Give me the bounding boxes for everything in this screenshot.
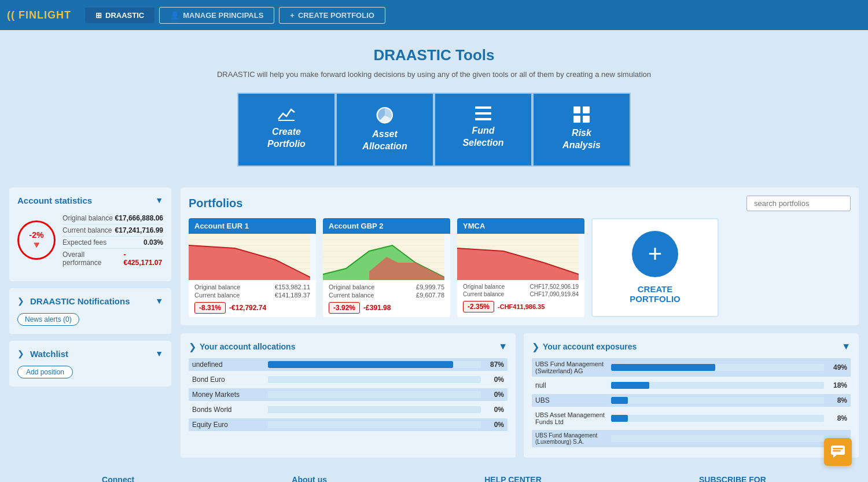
watchlist-filter-icon[interactable]: ▼ — [155, 349, 163, 358]
tool-create-label: CreatePortfolio — [267, 126, 306, 150]
left-panel: Account statistics ▼ -2% 🔻 Original bala… — [9, 187, 171, 458]
svg-rect-4 — [475, 118, 491, 120]
footer-about: About us — [292, 475, 327, 482]
hero-title: DRAASTIC Tools — [12, 46, 856, 64]
watchlist-header: ❯ Watchlist ▼ — [17, 349, 163, 359]
allocations-panel: ❯ Your account allocations ▼ undefined 8… — [181, 333, 516, 458]
footer-connect: Connect — [102, 475, 134, 482]
exposure-bar-2 — [611, 397, 628, 404]
allocations-filter-icon[interactable]: ▼ — [498, 341, 507, 352]
hero-subtitle: DRAASTIC will help you make forward look… — [12, 70, 856, 79]
news-alerts-badge[interactable]: News alerts (0) — [17, 313, 79, 326]
portfolio-card-ymca[interactable]: YMCA — [457, 218, 584, 317]
ymca-perf-badge: -2.35% — [463, 301, 494, 312]
nav-manage-principals[interactable]: 👤 MANAGE PRINCIPALS — [159, 7, 274, 24]
stat-overall-performance: Overall performance -€425,171.07 — [62, 249, 163, 268]
notifications-card: ❯ DRAASTIC Notifications ▼ News alerts (… — [9, 288, 171, 334]
exposure-bar-container-0 — [611, 364, 824, 371]
gauge-value: -2% — [30, 230, 44, 240]
stats-list: Original balance €17,666,888.06 Current … — [62, 212, 163, 268]
stat-expected-fees: Expected fees 0.03% — [62, 237, 163, 249]
portfolio-ymca-chart — [457, 234, 584, 280]
portfolio-eur1-chart — [189, 234, 316, 280]
person-icon: 👤 — [170, 11, 179, 20]
alloc-row-bonds-world: Bonds World 0% — [189, 403, 507, 416]
notifications-toggle[interactable]: ❯ — [17, 296, 24, 306]
alloc-bar-container-4 — [268, 421, 481, 428]
alloc-row-equity-euro: Equity Euro 0% — [189, 418, 507, 431]
main-content: Account statistics ▼ -2% 🔻 Original bala… — [0, 178, 868, 458]
ymca-perf-value: -CHF411,986.35 — [498, 303, 545, 310]
svg-rect-2 — [475, 106, 491, 109]
portfolio-gbp2-chart — [323, 234, 450, 280]
alloc-row-bond-euro: Bond Euro 0% — [189, 373, 507, 386]
account-stats-title: Account statistics — [17, 196, 92, 205]
exposure-bar-1 — [611, 382, 649, 389]
chart-icon — [277, 106, 296, 122]
exposures-filter-icon[interactable]: ▼ — [841, 341, 851, 352]
tool-fund-selection[interactable]: FundSelection — [434, 93, 532, 167]
tool-create-portfolio[interactable]: CreatePortfolio — [237, 93, 336, 167]
watchlist-card: ❯ Watchlist ▼ Add position — [9, 341, 171, 387]
exposure-bar-0 — [611, 364, 715, 371]
tool-fund-label: FundSelection — [462, 125, 503, 149]
search-portfolios-input[interactable] — [746, 196, 851, 211]
allocations-rows: undefined 87% Bond Euro 0% — [189, 358, 507, 431]
squares-icon — [573, 106, 590, 123]
grid-icon: ⊞ — [95, 11, 102, 20]
watchlist-toggle[interactable]: ❯ — [17, 349, 24, 358]
tool-risk-analysis[interactable]: RiskAnalysis — [532, 93, 631, 167]
svg-rect-6 — [583, 106, 590, 113]
tool-buttons: CreatePortfolio AssetAllocation — [12, 93, 856, 167]
exposure-bar-container-1 — [611, 382, 824, 389]
notifications-body: News alerts (0) — [17, 313, 163, 326]
portfolio-card-eur1[interactable]: Account EUR 1 — [189, 218, 316, 317]
exposures-toggle[interactable]: ❯ — [532, 341, 539, 352]
alloc-row-undefined: undefined 87% — [189, 358, 507, 371]
eur1-perf-value: -€12,792.74 — [229, 304, 266, 312]
logo-parens: (( — [7, 9, 15, 21]
filter-icon[interactable]: ▼ — [155, 196, 163, 205]
performance-gauge: -2% 🔻 — [17, 220, 56, 260]
svg-rect-5 — [573, 106, 580, 113]
portfolio-card-gbp2[interactable]: Account GBP 2 — [323, 218, 450, 317]
chat-fab[interactable] — [824, 438, 852, 466]
notifications-header: ❯ DRAASTIC Notifications ▼ — [17, 296, 163, 306]
tool-allocation-label: AssetAllocation — [362, 128, 407, 153]
nav-create-portfolio[interactable]: + CREATE PORTFOLIO — [279, 7, 385, 24]
add-position-button[interactable]: Add position — [17, 366, 73, 378]
plus-icon: + — [290, 11, 295, 20]
alloc-bar-container-2 — [268, 391, 481, 398]
logo: (( FINLIGHT — [7, 9, 71, 21]
portfolio-eur1-footer: Original balance€153,982.11 Current bala… — [189, 280, 316, 317]
exposure-row-ubs-fund-ch: UBS Fund Management (Switzerland) AG 49% — [532, 358, 851, 377]
account-statistics-card: Account statistics ▼ -2% 🔻 Original bala… — [9, 187, 171, 281]
allocations-toggle[interactable]: ❯ — [189, 341, 196, 352]
footer-subscribe: SUBSCRIBE FOR — [699, 475, 766, 482]
nav-draastic[interactable]: ⊞ DRAASTIC — [85, 8, 155, 23]
tool-asset-allocation[interactable]: AssetAllocation — [336, 93, 434, 167]
notifications-title: DRAASTIC Notifications — [30, 296, 130, 306]
portfolio-cards: Account EUR 1 — [189, 218, 851, 317]
gauge-arrow: 🔻 — [31, 240, 42, 251]
pie-icon — [376, 106, 393, 124]
exposure-row-null: null 18% — [532, 379, 851, 392]
gbp2-perf-badge: -3.92% — [329, 302, 360, 314]
exposure-bar-container-3 — [611, 415, 824, 422]
portfolios-title: Portfolios — [189, 197, 242, 210]
portfolio-ymca-footer: Original balanceCHF17,502,906.19 Current… — [457, 280, 584, 316]
gbp2-perf-value: -£391.98 — [363, 304, 391, 312]
svg-rect-39 — [833, 448, 843, 450]
portfolios-section: Portfolios Account EUR 1 — [181, 187, 859, 325]
allocations-title: Your account allocations — [200, 342, 295, 351]
footer-help: HELP CENTER — [484, 475, 542, 482]
portfolio-ymca-header: YMCA — [457, 218, 584, 234]
alloc-bar-0 — [268, 361, 453, 368]
stat-current-balance: Current balance €17,241,716.99 — [62, 225, 163, 237]
exposure-row-ubs-lux: UBS Fund Management (Luxembourg) S.A. — [532, 430, 851, 447]
bottom-section: ❯ Your account allocations ▼ undefined 8… — [181, 333, 859, 458]
notifications-filter-icon[interactable]: ▼ — [155, 296, 163, 306]
svg-marker-38 — [833, 455, 837, 458]
alloc-bar-container-1 — [268, 376, 481, 383]
create-portfolio-card[interactable]: + CREATEPORTFOLIO — [591, 218, 719, 317]
